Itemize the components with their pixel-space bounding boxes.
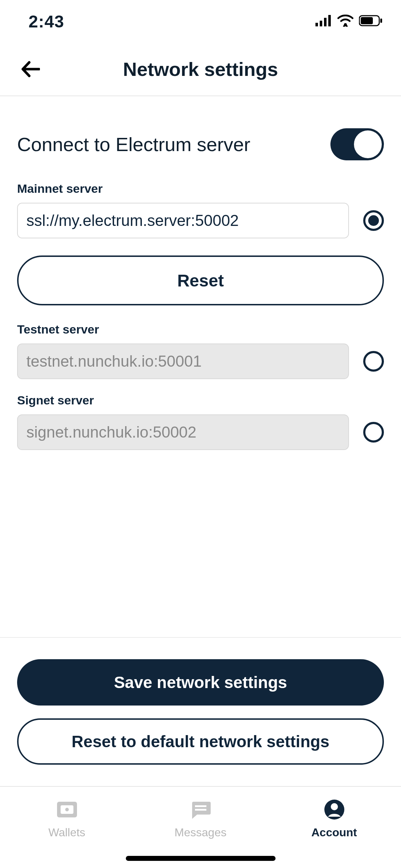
- tab-wallets-label: Wallets: [48, 826, 86, 839]
- account-icon: [323, 798, 346, 821]
- toggle-knob: [354, 130, 382, 158]
- reset-defaults-button[interactable]: Reset to default network settings: [17, 718, 384, 765]
- content: Connect to Electrum server Mainnet serve…: [0, 96, 401, 637]
- mainnet-server-input[interactable]: ssl://my.electrum.server:50002: [17, 203, 349, 238]
- reset-defaults-label: Reset to default network settings: [72, 732, 329, 751]
- testnet-block: Testnet server testnet.nunchuk.io:50001: [17, 322, 384, 379]
- signet-block: Signet server signet.nunchuk.io:50002: [17, 393, 384, 450]
- testnet-server-input[interactable]: testnet.nunchuk.io:50001: [17, 343, 349, 379]
- signet-radio[interactable]: [363, 422, 384, 443]
- signet-label: Signet server: [17, 393, 384, 407]
- status-time: 2:43: [18, 12, 64, 31]
- svg-rect-12: [195, 809, 206, 811]
- svg-point-4: [344, 23, 347, 26]
- status-bar: 2:43: [0, 0, 401, 43]
- save-button-label: Save network settings: [114, 673, 287, 692]
- testnet-label: Testnet server: [17, 322, 384, 336]
- svg-rect-2: [324, 18, 327, 26]
- svg-point-14: [331, 803, 338, 810]
- svg-point-10: [65, 808, 69, 811]
- mainnet-label: Mainnet server: [17, 182, 384, 196]
- wallet-icon: [56, 798, 78, 821]
- messages-icon: [189, 798, 212, 821]
- bottom-actions: Save network settings Reset to default n…: [0, 637, 401, 786]
- testnet-radio[interactable]: [363, 351, 384, 372]
- page-title: Network settings: [0, 58, 401, 80]
- cellular-icon: [315, 15, 332, 28]
- svg-rect-7: [380, 19, 382, 23]
- tab-wallets[interactable]: Wallets: [0, 787, 134, 850]
- signet-server-value: signet.nunchuk.io:50002: [26, 423, 196, 441]
- connect-electrum-toggle[interactable]: [330, 128, 384, 160]
- arrow-left-icon: [21, 61, 40, 77]
- reset-mainnet-button[interactable]: Reset: [17, 255, 384, 305]
- battery-icon: [359, 15, 383, 28]
- home-indicator[interactable]: [126, 856, 276, 861]
- tab-account[interactable]: Account: [267, 787, 401, 850]
- tab-account-label: Account: [312, 826, 357, 839]
- back-button[interactable]: [18, 57, 43, 82]
- mainnet-block: Mainnet server ssl://my.electrum.server:…: [17, 182, 384, 238]
- signet-server-input[interactable]: signet.nunchuk.io:50002: [17, 414, 349, 450]
- status-icons: [315, 15, 383, 28]
- save-network-settings-button[interactable]: Save network settings: [17, 659, 384, 706]
- tab-messages[interactable]: Messages: [134, 787, 267, 850]
- connect-electrum-label: Connect to Electrum server: [17, 133, 250, 155]
- reset-mainnet-label: Reset: [177, 271, 224, 290]
- header: Network settings: [0, 43, 401, 96]
- mainnet-radio[interactable]: [363, 210, 384, 231]
- tab-messages-label: Messages: [175, 826, 227, 839]
- mainnet-server-value: ssl://my.electrum.server:50002: [26, 212, 239, 229]
- svg-rect-6: [361, 17, 373, 24]
- wifi-icon: [337, 15, 354, 28]
- svg-rect-0: [315, 23, 318, 26]
- svg-rect-1: [320, 21, 322, 26]
- connect-electrum-row: Connect to Electrum server: [17, 96, 384, 182]
- testnet-server-value: testnet.nunchuk.io:50001: [26, 352, 202, 370]
- svg-rect-3: [328, 15, 331, 26]
- svg-rect-11: [195, 805, 206, 807]
